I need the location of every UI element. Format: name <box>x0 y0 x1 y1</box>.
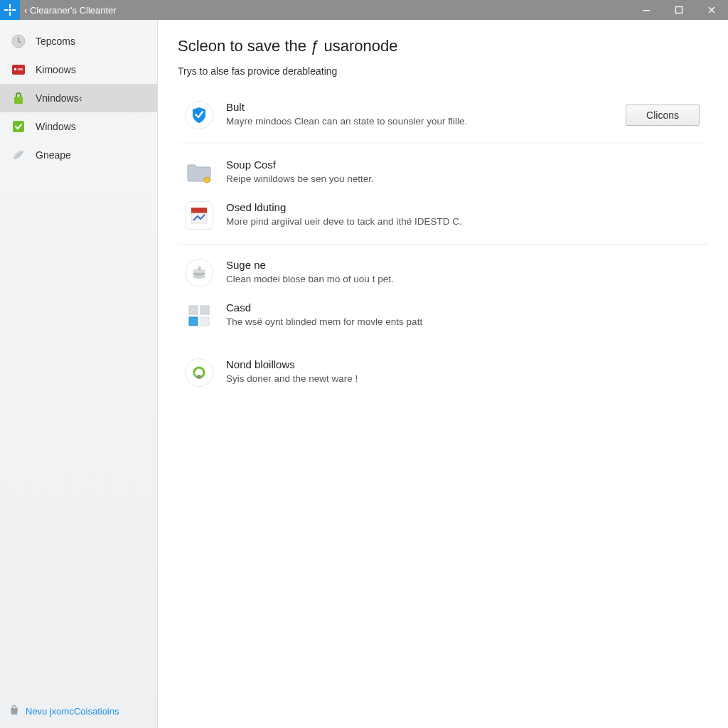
app-body: Tepcoms Kimoows Vnindows‹ <box>0 20 728 728</box>
close-button[interactable] <box>695 0 728 20</box>
app-red-icon <box>185 201 213 230</box>
list-item-desc: Reipe winildows be sen you netter. <box>226 173 708 184</box>
list-item: Casd The wsë oynt blinded mem for movle … <box>178 294 708 337</box>
svg-rect-5 <box>643 10 650 11</box>
tool-green-icon <box>10 118 27 135</box>
svg-rect-2 <box>4 9 8 11</box>
titlebar: ‹ Clearaner's Clleanter <box>0 0 728 20</box>
titlebar-title: ‹ Clearaner's Clleanter <box>20 5 630 16</box>
close-icon <box>707 6 716 14</box>
sidebar-item-tepcoms[interactable]: Tepcoms <box>0 27 157 55</box>
leaf-icon <box>10 146 27 164</box>
tile-red-icon <box>10 61 27 78</box>
list-item-title: Casd <box>226 301 708 314</box>
minimize-button[interactable] <box>630 0 663 20</box>
shield-blue-icon <box>185 101 213 129</box>
list-item-text: Casd The wsë oynt blinded mem for movle … <box>226 301 708 327</box>
list-item-text: Bult Mayre mindoos Clean can an state to… <box>226 101 613 127</box>
svg-rect-10 <box>18 68 23 70</box>
sidebar-item-label: Tepcoms <box>36 36 75 47</box>
section-2: Soup Cosf Reipe winildows be sen you net… <box>178 144 708 244</box>
list-item-desc: Mayre mindoos Clean can an state to soun… <box>226 116 613 127</box>
section-4: Nond bloillows Syis doner and the newt w… <box>178 344 708 401</box>
sidebar-item-label: Vnindows‹ <box>36 92 82 104</box>
sidebar-item-label: Gneape <box>36 149 71 161</box>
section-1: Bult Mayre mindoos Clean can an state to… <box>178 87 708 144</box>
list-item-text: Suge ne Clean modei blose ban mo of uou … <box>226 259 708 284</box>
window-controls <box>630 0 728 20</box>
svg-point-4 <box>9 9 11 11</box>
list-item-desc: More pind argiival ueir deve to tack and… <box>226 216 708 227</box>
promo-label: Nevu jxomcCoisatioins <box>26 706 119 717</box>
svg-rect-6 <box>676 7 682 14</box>
svg-rect-20 <box>189 306 198 314</box>
svg-rect-11 <box>14 97 23 104</box>
lock-green-icon <box>10 90 27 107</box>
minimize-icon <box>642 6 651 14</box>
list-item-title: Osed lduting <box>226 201 708 213</box>
sidebar-item-gneape[interactable]: Gneape <box>0 141 157 169</box>
list-item-desc: The wsë oynt blinded mem for movle ents … <box>226 316 708 327</box>
list-item-title: Nond bloillows <box>226 358 708 370</box>
list-item-title: Bult <box>226 101 613 113</box>
svg-point-13 <box>204 177 210 183</box>
svg-rect-22 <box>189 317 198 326</box>
bag-icon <box>9 705 20 718</box>
sidebar-item-kimoows[interactable]: Kimoows <box>0 55 157 84</box>
sidebar-item-vnindows[interactable]: Vnindows‹ <box>0 84 157 112</box>
sidebar-items: Tepcoms Kimoows Vnindows‹ <box>0 20 157 695</box>
app-icon <box>0 0 20 20</box>
maximize-icon <box>675 6 683 14</box>
promo-link[interactable]: Nevu jxomcCoisatioins <box>9 705 149 718</box>
refresh-green-icon <box>185 358 213 387</box>
list-item-desc: Clean modei blose ban mo of uou t pet. <box>226 274 708 284</box>
list-item: Soup Cosf Reipe winildows be sen you net… <box>178 151 708 194</box>
sidebar-item-label: Kimoows <box>36 64 76 75</box>
svg-rect-9 <box>14 68 16 70</box>
svg-text:?: ? <box>198 265 201 272</box>
section-3: ? Suge ne Clean modei blose ban mo of uo… <box>178 244 708 344</box>
list-item-title: Suge ne <box>226 259 708 271</box>
svg-point-24 <box>197 375 201 379</box>
svg-rect-23 <box>200 317 209 326</box>
svg-rect-12 <box>13 121 24 132</box>
svg-rect-21 <box>200 306 209 314</box>
list-item-text: Osed lduting More pind argiival ueir dev… <box>226 201 708 227</box>
svg-rect-14 <box>191 208 207 213</box>
grid-icon <box>185 301 213 330</box>
sidebar-item-windows[interactable]: Windows <box>0 112 157 141</box>
maximize-button[interactable] <box>663 0 695 20</box>
sidebar-item-label: Windows <box>36 121 76 132</box>
stack-icon: ? <box>185 259 213 287</box>
page-title: Scleon to save the ƒ usaronode <box>178 37 708 55</box>
svg-rect-0 <box>9 4 11 8</box>
list-item-desc: Syis doner and the newt ware ! <box>226 373 708 384</box>
main-panel: Scleon to save the ƒ usaronode Trys to a… <box>158 20 728 728</box>
svg-rect-1 <box>9 12 11 16</box>
list-item: Nond bloillows Syis doner and the newt w… <box>178 351 708 394</box>
list-item: Osed lduting More pind argiival ueir dev… <box>178 194 708 237</box>
sidebar: Tepcoms Kimoows Vnindows‹ <box>0 20 158 728</box>
folder-icon <box>185 159 213 187</box>
list-item: ? Suge ne Clean modei blose ban mo of uo… <box>178 252 708 294</box>
sidebar-footer: Nevu jxomcCoisatioins <box>0 695 157 728</box>
clicons-button[interactable]: Clicons <box>626 105 700 126</box>
svg-rect-3 <box>12 9 16 11</box>
clock-icon <box>10 33 27 50</box>
list-item-text: Nond bloillows Syis doner and the newt w… <box>226 358 708 384</box>
list-item-title: Soup Cosf <box>226 159 708 171</box>
list-item-text: Soup Cosf Reipe winildows be sen you net… <box>226 159 708 184</box>
app-window: ‹ Clearaner's Clleanter Tepcoms <box>0 0 728 728</box>
list-item: Bult Mayre mindoos Clean can an state to… <box>178 94 708 136</box>
page-subtitle: Trys to alse fas provice derableating <box>178 65 708 77</box>
